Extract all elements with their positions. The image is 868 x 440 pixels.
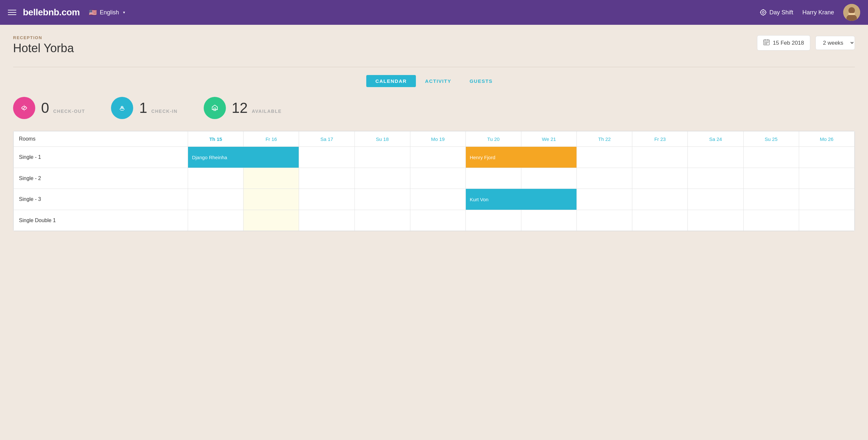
language-label: English: [99, 9, 119, 16]
user-avatar[interactable]: [843, 4, 860, 21]
empty-cell: [299, 189, 354, 210]
section-label: RECEPTION: [13, 35, 74, 40]
checkout-icon: [13, 97, 35, 119]
empty-cell: [354, 168, 410, 189]
empty-cell: [410, 189, 465, 210]
checkout-count: 0 CHECK-OUT: [41, 100, 85, 116]
day-header-mo19: Mo 19: [410, 131, 465, 147]
empty-cell: [577, 189, 632, 210]
shift-label: Day Shift: [769, 9, 793, 16]
available-count: 12 AVAILABLE: [232, 100, 282, 116]
rooms-column-header: Rooms: [14, 131, 188, 147]
empty-cell: [743, 147, 799, 168]
app-header: bellebnb.com 🇺🇸 English ▾ Day Shift Harr…: [0, 0, 868, 25]
top-row: RECEPTION Hotel Yorba: [13, 35, 855, 60]
day-header-su25: Su 25: [743, 131, 799, 147]
booking-cell-django[interactable]: Django Rheinha: [188, 147, 299, 168]
weekend-cell: [244, 168, 299, 189]
empty-cell: [299, 147, 354, 168]
day-header-fr23: Fr 23: [632, 131, 688, 147]
chevron-down-icon: ▾: [123, 10, 125, 15]
hotel-info: RECEPTION Hotel Yorba: [13, 35, 74, 60]
tabs-bar: CALENDAR ACTIVITY GUESTS: [13, 75, 855, 87]
calendar-header-row: Rooms Th 15 Fr 16 Sa 17 Su 18 Mo 19 Tu 2…: [14, 131, 855, 147]
app-logo: bellebnb.com: [23, 7, 80, 18]
available-icon: [204, 97, 226, 119]
booking-cell-kurt[interactable]: Kurt Von: [465, 189, 577, 210]
stat-checkout: 0 CHECK-OUT: [13, 97, 85, 119]
empty-cell: [799, 189, 854, 210]
weekend-cell: [244, 189, 299, 210]
divider: [13, 67, 855, 67]
room-label: Single - 1: [14, 147, 188, 168]
day-header-sa24: Sa 24: [688, 131, 743, 147]
empty-cell: [632, 189, 688, 210]
empty-cell: [354, 210, 410, 231]
day-header-fr16: Fr 16: [244, 131, 299, 147]
tab-calendar[interactable]: CALENDAR: [366, 75, 416, 87]
calendar-icon: [763, 39, 770, 47]
tab-guests[interactable]: GUESTS: [460, 75, 502, 87]
tab-activity[interactable]: ACTIVITY: [416, 75, 460, 87]
svg-point-21: [117, 103, 127, 113]
empty-cell: [465, 168, 521, 189]
empty-cell: [688, 147, 743, 168]
empty-cell: [465, 210, 521, 231]
date-value: 15 Feb 2018: [773, 40, 804, 46]
day-header-sa17: Sa 17: [299, 131, 354, 147]
flag-icon: 🇺🇸: [89, 8, 97, 16]
svg-point-1: [762, 11, 764, 13]
hotel-title: Hotel Yorba: [13, 41, 74, 55]
language-selector[interactable]: 🇺🇸 English ▾: [89, 8, 125, 16]
svg-rect-16: [768, 42, 769, 43]
empty-cell: [688, 210, 743, 231]
empty-cell: [188, 189, 244, 210]
calendar-grid: Rooms Th 15 Fr 16 Sa 17 Su 18 Mo 19 Tu 2…: [13, 131, 855, 231]
checkin-icon: [111, 97, 133, 119]
table-row: Single - 3 Kurt Von: [14, 189, 855, 210]
empty-cell: [188, 168, 244, 189]
stat-checkin: 1 CHECK-IN: [111, 97, 177, 119]
table-row: Single - 2: [14, 168, 855, 189]
booking-cell-henry[interactable]: Henry Fjord: [465, 147, 577, 168]
svg-rect-14: [765, 42, 766, 43]
empty-cell: [632, 168, 688, 189]
svg-point-0: [761, 10, 766, 15]
empty-cell: [410, 210, 465, 231]
day-header-we21: We 21: [521, 131, 577, 147]
svg-rect-18: [766, 43, 767, 44]
empty-cell: [577, 210, 632, 231]
empty-cell: [188, 210, 244, 231]
empty-cell: [799, 168, 854, 189]
empty-cell: [799, 147, 854, 168]
empty-cell: [632, 210, 688, 231]
empty-cell: [299, 210, 354, 231]
room-label: Single - 3: [14, 189, 188, 210]
empty-cell: [688, 189, 743, 210]
date-picker[interactable]: 15 Feb 2018: [757, 35, 810, 50]
day-header-tu20: Tu 20: [465, 131, 521, 147]
empty-cell: [354, 147, 410, 168]
room-label: Single Double 1: [14, 210, 188, 231]
table-row: Single Double 1: [14, 210, 855, 231]
sun-icon: [760, 9, 767, 16]
menu-button[interactable]: [8, 10, 16, 15]
stats-row: 0 CHECK-OUT 1 CHECK-IN: [13, 97, 855, 119]
weeks-selector[interactable]: 2 weeks 1 week 3 weeks 4 weeks: [815, 36, 855, 50]
calendar-table: Rooms Th 15 Fr 16 Sa 17 Su 18 Mo 19 Tu 2…: [13, 131, 855, 231]
day-header-th15: Th 15: [188, 131, 244, 147]
empty-cell: [299, 168, 354, 189]
room-label: Single - 2: [14, 168, 188, 189]
empty-cell: [577, 147, 632, 168]
weekend-cell: [244, 210, 299, 231]
empty-cell: [521, 168, 577, 189]
empty-cell: [688, 168, 743, 189]
empty-cell: [410, 168, 465, 189]
empty-cell: [743, 168, 799, 189]
empty-cell: [743, 210, 799, 231]
day-header-th22: Th 22: [577, 131, 632, 147]
empty-cell: [410, 147, 465, 168]
empty-cell: [799, 210, 854, 231]
svg-rect-17: [765, 43, 766, 44]
stat-available: 12 AVAILABLE: [204, 97, 282, 119]
